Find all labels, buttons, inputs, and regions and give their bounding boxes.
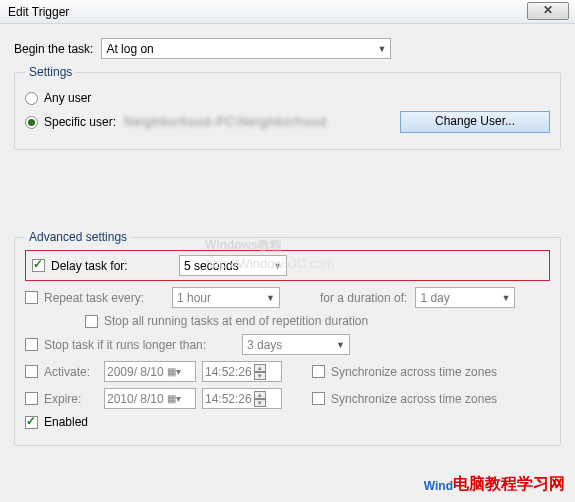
specific-user-radio[interactable] [25,116,38,129]
specific-user-value: Neighborhood-PC\Neighborhood [124,115,400,129]
chevron-down-icon: ▼ [501,293,510,303]
duration-label: for a duration of: [320,291,407,305]
activate-date[interactable]: 2009/ 8/10 ▦▾ [104,361,196,382]
stop-repetition-checkbox[interactable] [85,315,98,328]
chevron-down-icon: ▼ [377,44,386,54]
delay-label: Delay task for: [51,259,171,273]
footer-watermark: Wind电脑教程学习网 [424,470,565,496]
enabled-label: Enabled [44,415,88,429]
chevron-down-icon: ▼ [266,293,275,303]
close-button[interactable]: ✕ [527,2,569,20]
window-title: Edit Trigger [8,5,69,19]
dialog-body: Begin the task: At log on ▼ Settings Any… [0,24,575,460]
repeat-label: Repeat task every: [44,291,164,305]
stop-longer-checkbox[interactable] [25,338,38,351]
delay-checkbox[interactable] [32,259,45,272]
title-bar: Edit Trigger ✕ [0,0,575,24]
begin-task-label: Begin the task: [14,42,93,56]
expire-date[interactable]: 2010/ 8/10 ▦▾ [104,388,196,409]
expire-label: Expire: [44,392,96,406]
expire-sync-checkbox[interactable] [312,392,325,405]
chevron-down-icon: ▼ [273,261,282,271]
delay-combo[interactable]: 5 seconds ▼ [179,255,287,276]
activate-time[interactable]: 14:52:26 ▲▼ [202,361,282,382]
enabled-checkbox[interactable] [25,416,38,429]
calendar-icon: ▦▾ [167,366,181,377]
activate-checkbox[interactable] [25,365,38,378]
time-spinner[interactable]: ▲▼ [254,391,266,407]
repeat-checkbox[interactable] [25,291,38,304]
activate-sync-checkbox[interactable] [312,365,325,378]
any-user-radio[interactable] [25,92,38,105]
calendar-icon: ▦▾ [167,393,181,404]
close-icon: ✕ [543,3,553,17]
advanced-legend: Advanced settings [25,230,131,244]
repeat-combo[interactable]: 1 hour ▼ [172,287,280,308]
expire-sync-label: Synchronize across time zones [331,392,497,406]
chevron-down-icon: ▼ [336,340,345,350]
settings-legend: Settings [25,65,76,79]
advanced-group: Advanced settings Delay task for: 5 seco… [14,230,561,446]
specific-user-label: Specific user: [44,115,116,129]
activate-sync-label: Synchronize across time zones [331,365,497,379]
change-user-button[interactable]: Change User... [400,111,550,133]
delay-highlight: Delay task for: 5 seconds ▼ [25,250,550,281]
begin-task-combo[interactable]: At log on ▼ [101,38,391,59]
expire-checkbox[interactable] [25,392,38,405]
settings-group: Settings Any user Specific user: Neighbo… [14,65,561,150]
stop-repetition-label: Stop all running tasks at end of repetit… [104,314,368,328]
activate-label: Activate: [44,365,96,379]
expire-time[interactable]: 14:52:26 ▲▼ [202,388,282,409]
begin-task-value: At log on [106,42,153,56]
stop-longer-combo[interactable]: 3 days ▼ [242,334,350,355]
duration-combo[interactable]: 1 day ▼ [415,287,515,308]
stop-longer-label: Stop task if it runs longer than: [44,338,234,352]
time-spinner[interactable]: ▲▼ [254,364,266,380]
any-user-label: Any user [44,91,91,105]
